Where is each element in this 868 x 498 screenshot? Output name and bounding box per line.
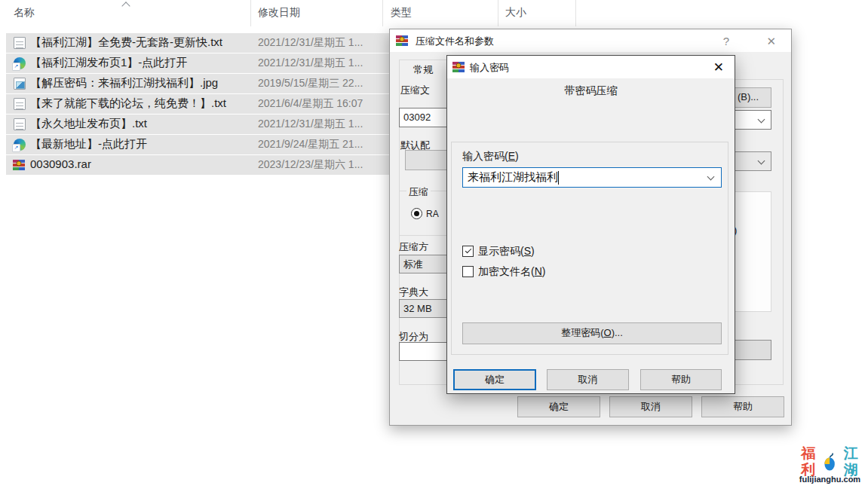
text-cursor: [558, 171, 559, 185]
file-row[interactable]: 0030903.rar 2023/12/23/星期六 1...: [6, 155, 389, 175]
column-header-size[interactable]: 大小: [505, 6, 526, 20]
checkbox-box: [462, 246, 474, 257]
text-file-icon: [14, 98, 26, 110]
compression-method-label: 压缩方: [399, 240, 428, 254]
winrar-archive-icon: [13, 159, 25, 171]
password-dialog-title: 输入密码: [470, 61, 509, 75]
file-date: 2021/9/24/星期五 21...: [258, 138, 363, 151]
rar-format-radio[interactable]: [411, 208, 422, 219]
file-name: 【永久地址发布页】.txt: [30, 117, 147, 131]
file-row[interactable]: 【解压密码：来福利江湖找福利】.jpg 2019/5/15/星期三 22...: [6, 74, 389, 93]
edge-shortcut-icon: [14, 57, 26, 69]
password-input[interactable]: 来福利江湖找福利: [462, 167, 722, 188]
column-header-type[interactable]: 类型: [391, 6, 412, 20]
text-file-icon: [14, 118, 26, 130]
enter-password-dialog: 输入密码 ✕ 带密码压缩 输入密码(E) 来福利江湖找福利 显示密码(S) 加密…: [446, 55, 735, 394]
organize-passwords-button[interactable]: 整理密码(O)...: [462, 322, 722, 344]
ok-button[interactable]: 确定: [517, 396, 600, 417]
close-icon[interactable]: ✕: [766, 35, 776, 48]
cancel-button[interactable]: 取消: [609, 396, 692, 417]
winrar-app-icon: [452, 61, 465, 73]
file-row[interactable]: 【来了就能下载的论坛，纯免费！】.txt 2021/6/4/星期五 16:07: [6, 94, 389, 114]
file-name: 【福利江湖发布页1】-点此打开: [30, 56, 187, 70]
encrypt-file-names-label: 加密文件名(N): [478, 265, 545, 279]
close-icon[interactable]: ✕: [713, 60, 724, 75]
column-separator[interactable]: [382, 0, 383, 26]
password-input-label: 输入密码(E): [462, 150, 519, 163]
password-value: 来福利江湖找福利: [468, 170, 558, 185]
column-separator[interactable]: [250, 0, 251, 26]
checkmark-icon: [465, 247, 471, 253]
file-name: 0030903.rar: [30, 157, 91, 170]
file-row[interactable]: 【永久地址发布页】.txt 2021/12/31/星期五 1...: [6, 115, 389, 134]
archive-dialog-title: 压缩文件名和参数: [416, 35, 494, 48]
help-button[interactable]: 帮助: [701, 396, 784, 417]
ok-button[interactable]: 确定: [453, 369, 536, 390]
logo-text-left: 福利: [794, 445, 823, 478]
help-button[interactable]: ?: [723, 35, 729, 47]
archive-format-group-label: 压缩: [406, 185, 431, 199]
file-name: 【来了就能下载的论坛，纯免费！】.txt: [30, 96, 226, 111]
winrar-app-icon: [396, 35, 408, 47]
chevron-down-icon: [707, 173, 715, 181]
file-name: 【最新地址】-点此打开: [30, 137, 147, 151]
file-row[interactable]: 【福利江湖发布页1】-点此打开 2021/12/31/星期五 1...: [6, 53, 389, 73]
column-separator[interactable]: [575, 0, 576, 26]
rar-format-radio-label: RA: [426, 209, 439, 219]
archive-dialog-titlebar[interactable]: 压缩文件名和参数 ? ✕: [390, 29, 791, 52]
file-date: 2021/12/31/星期五 1...: [258, 118, 363, 131]
file-name: 【解压密码：来福利江湖找福利】.jpg: [30, 76, 218, 90]
image-file-icon: [14, 78, 26, 90]
file-row[interactable]: 【最新地址】-点此打开 2021/9/24/星期五 21...: [6, 135, 389, 154]
logo-domain: fulijianghu.com: [794, 475, 866, 484]
dictionary-size-label: 字典大: [399, 286, 428, 299]
tab-general[interactable]: 常规: [399, 60, 447, 80]
file-date: 2021/12/31/星期五 1...: [258, 36, 363, 50]
logo-text-right: 江湖: [837, 445, 866, 478]
cancel-button[interactable]: 取消: [547, 369, 629, 390]
mouse-icon: [824, 452, 836, 472]
chevron-down-icon: [758, 116, 765, 124]
site-logo: 福利 江湖 fulijianghu.com: [794, 451, 866, 493]
file-name: 【福利江湖】全免费-无套路-更新快.txt: [30, 35, 222, 50]
file-date: 2019/5/15/星期三 22...: [258, 77, 363, 90]
password-dialog-heading: 带密码压缩: [447, 84, 735, 98]
help-button[interactable]: 帮助: [640, 369, 722, 390]
password-dialog-titlebar[interactable]: 输入密码 ✕: [447, 56, 735, 78]
edge-shortcut-icon: [14, 139, 26, 151]
file-list-header: 名称 修改日期 类型 大小: [0, 0, 868, 26]
column-header-name[interactable]: 名称: [14, 6, 35, 20]
text-file-icon: [14, 37, 26, 49]
column-header-date[interactable]: 修改日期: [258, 6, 300, 20]
file-date: 2023/12/23/星期六 1...: [258, 158, 363, 172]
show-password-label: 显示密码(S): [478, 245, 535, 258]
archive-name-label: 压缩文: [400, 84, 430, 97]
checkbox-box: [462, 266, 474, 277]
column-separator[interactable]: [498, 0, 498, 26]
file-row[interactable]: 【福利江湖】全免费-无套路-更新快.txt 2021/12/31/星期五 1..…: [6, 33, 389, 53]
chevron-down-icon: [758, 157, 765, 165]
file-date: 2021/6/4/星期五 16:07: [258, 97, 363, 111]
file-date: 2021/12/31/星期五 1...: [258, 57, 363, 70]
sort-ascending-icon: [121, 2, 130, 10]
